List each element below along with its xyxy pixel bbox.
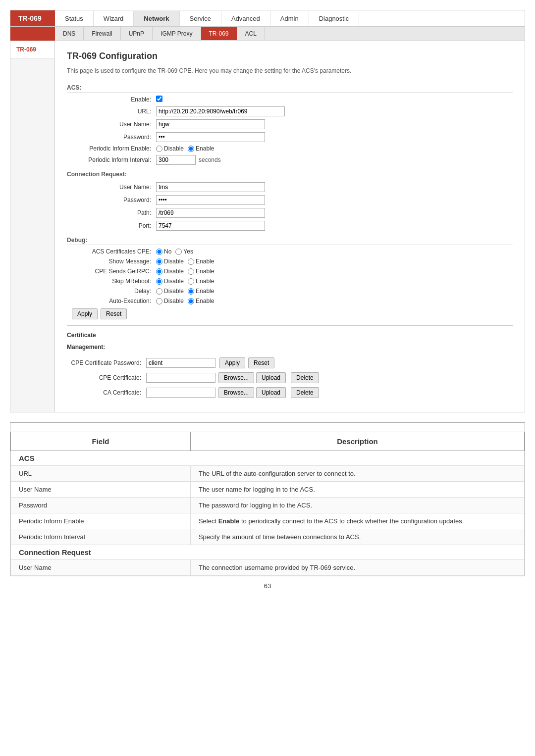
- periodic-disable-radio[interactable]: Disable: [156, 145, 184, 152]
- cpe-sends-group: Disable Enable: [156, 268, 214, 275]
- ca-cert-browse-button[interactable]: Browse...: [218, 387, 254, 398]
- path-label: Path:: [67, 209, 156, 216]
- conn-username-input[interactable]: [156, 182, 265, 192]
- nav-sub-acl[interactable]: ACL: [237, 27, 265, 40]
- cpe-cert-password-input[interactable]: [146, 358, 215, 368]
- conn-password-input[interactable]: [156, 195, 265, 205]
- cpe-cert-file-input[interactable]: [146, 373, 215, 383]
- table-section-connection-request: Connection Request: [11, 545, 525, 560]
- page-title: TR-069 Configuration: [67, 51, 513, 61]
- brand-label: TR-069: [10, 10, 55, 26]
- ca-cert-delete-button[interactable]: Delete: [291, 387, 319, 398]
- cert-reset-button[interactable]: Reset: [248, 357, 274, 368]
- nav-sub-igmp[interactable]: IGMP Proxy: [153, 27, 201, 40]
- table-row: User Name The user name for logging in t…: [11, 482, 525, 498]
- desc-username: The user name for logging in to the ACS.: [190, 482, 524, 498]
- delay-group: Disable Enable: [156, 288, 214, 295]
- enable-checkbox[interactable]: [156, 96, 162, 102]
- port-input[interactable]: [156, 221, 265, 231]
- url-label: URL:: [67, 108, 156, 115]
- page-number: 63: [10, 582, 525, 590]
- desc-periodic-interval: Specify the amount of time between conne…: [190, 529, 524, 545]
- ca-cert-label: CA Certificate:: [67, 389, 146, 396]
- auto-exec-group: Disable Enable: [156, 298, 214, 304]
- path-input[interactable]: [156, 208, 265, 218]
- acs-cert-yes-radio[interactable]: Yes: [175, 248, 193, 255]
- skip-mreboot-group: Disable Enable: [156, 278, 214, 285]
- cpe-sends-label: CPE Sends GetRPC:: [67, 268, 156, 275]
- url-input[interactable]: [156, 106, 285, 116]
- field-conn-username: User Name: [11, 560, 191, 576]
- ca-cert-upload-button[interactable]: Upload: [256, 387, 286, 398]
- desc-password: The password for logging in to the ACS.: [190, 498, 524, 513]
- auto-exec-enable-radio[interactable]: Enable: [188, 298, 214, 304]
- debug-apply-button[interactable]: Apply: [72, 308, 98, 319]
- table-row: URL The URL of the auto-configuration se…: [11, 466, 525, 482]
- description-table: Field Description ACS URL The URL of the…: [10, 432, 525, 576]
- nav-tab-diagnostic[interactable]: Diagnostic: [309, 11, 360, 26]
- nav-tab-admin[interactable]: Admin: [270, 11, 309, 26]
- field-periodic-enable: Periodic Inform Enable: [11, 513, 191, 529]
- field-username: User Name: [11, 482, 191, 498]
- seconds-label: seconds: [199, 156, 221, 163]
- delay-enable-radio[interactable]: Enable: [188, 288, 214, 295]
- acs-password-input[interactable]: [156, 132, 265, 142]
- table-header-field: Field: [11, 432, 191, 451]
- desc-url: The URL of the auto-configuration server…: [190, 466, 524, 482]
- nav-tab-status[interactable]: Status: [55, 11, 94, 26]
- cpe-sends-enable-radio[interactable]: Enable: [188, 268, 214, 275]
- nav-tab-advanced[interactable]: Advanced: [221, 11, 270, 26]
- conn-username-label: User Name:: [67, 184, 156, 191]
- table-row: Periodic Inform Interval Specify the amo…: [11, 529, 525, 545]
- show-msg-enable-radio[interactable]: Enable: [188, 258, 214, 265]
- connection-request-header: Connection Request:: [67, 171, 513, 179]
- conn-password-label: Password:: [67, 197, 156, 203]
- nav-sub-upnp[interactable]: UPnP: [121, 27, 153, 40]
- nav-tab-wizard[interactable]: Wizard: [94, 11, 134, 26]
- nav-tab-network[interactable]: Network: [134, 11, 179, 26]
- periodic-interval-input[interactable]: [156, 155, 196, 165]
- cpe-sends-disable-radio[interactable]: Disable: [156, 268, 184, 275]
- show-message-group: Disable Enable: [156, 258, 214, 265]
- desc-periodic-enable: Select Enable to periodically connect to…: [190, 513, 524, 529]
- acs-username-label: User Name:: [67, 121, 156, 128]
- debug-section-header: Debug:: [67, 237, 513, 245]
- field-periodic-interval: Periodic Inform Interval: [11, 529, 191, 545]
- cpe-cert-file-label: CPE Certificate:: [67, 374, 146, 381]
- show-message-label: Show Message:: [67, 258, 156, 265]
- enable-label: Enable:: [67, 96, 156, 103]
- skip-mreboot-enable-radio[interactable]: Enable: [188, 278, 214, 285]
- periodic-enable-radio[interactable]: Enable: [188, 145, 214, 152]
- skip-mreboot-disable-radio[interactable]: Disable: [156, 278, 184, 285]
- delay-disable-radio[interactable]: Disable: [156, 288, 184, 295]
- acs-cert-label: ACS Certificates CPE:: [67, 248, 156, 255]
- field-url: URL: [11, 466, 191, 482]
- periodic-inform-enable-group: Disable Enable: [156, 145, 214, 152]
- cpe-cert-delete-button[interactable]: Delete: [291, 372, 319, 383]
- table-section-acs: ACS: [11, 451, 525, 466]
- nav-sub-dns[interactable]: DNS: [55, 27, 84, 40]
- sidebar-item-tr069[interactable]: TR-069: [10, 41, 54, 58]
- page-desc: This page is used to configure the TR-06…: [67, 66, 513, 75]
- debug-reset-button[interactable]: Reset: [101, 308, 127, 319]
- acs-username-input[interactable]: [156, 119, 265, 129]
- nav-tab-service[interactable]: Service: [180, 11, 221, 26]
- nav-sub-tr069[interactable]: TR-069: [201, 27, 237, 40]
- acs-cert-no-radio[interactable]: No: [156, 248, 171, 255]
- cert-title: Certificate: [67, 332, 513, 339]
- ca-cert-input[interactable]: [146, 388, 215, 398]
- delay-label: Delay:: [67, 288, 156, 295]
- cpe-cert-browse-button[interactable]: Browse...: [218, 372, 254, 383]
- table-header-description: Description: [190, 432, 524, 451]
- acs-section-header: ACS:: [67, 84, 513, 93]
- auto-exec-disable-radio[interactable]: Disable: [156, 298, 184, 304]
- table-row: Periodic Inform Enable Select Enable to …: [11, 513, 525, 529]
- desc-conn-username: The connection username provided by TR-0…: [190, 560, 524, 576]
- cert-apply-button[interactable]: Apply: [219, 357, 245, 368]
- nav-sub-firewall[interactable]: Firewall: [84, 27, 120, 40]
- cpe-cert-upload-button[interactable]: Upload: [256, 372, 286, 383]
- acs-password-label: Password:: [67, 134, 156, 141]
- field-password: Password: [11, 498, 191, 513]
- show-msg-disable-radio[interactable]: Disable: [156, 258, 184, 265]
- table-row: Password The password for logging in to …: [11, 498, 525, 513]
